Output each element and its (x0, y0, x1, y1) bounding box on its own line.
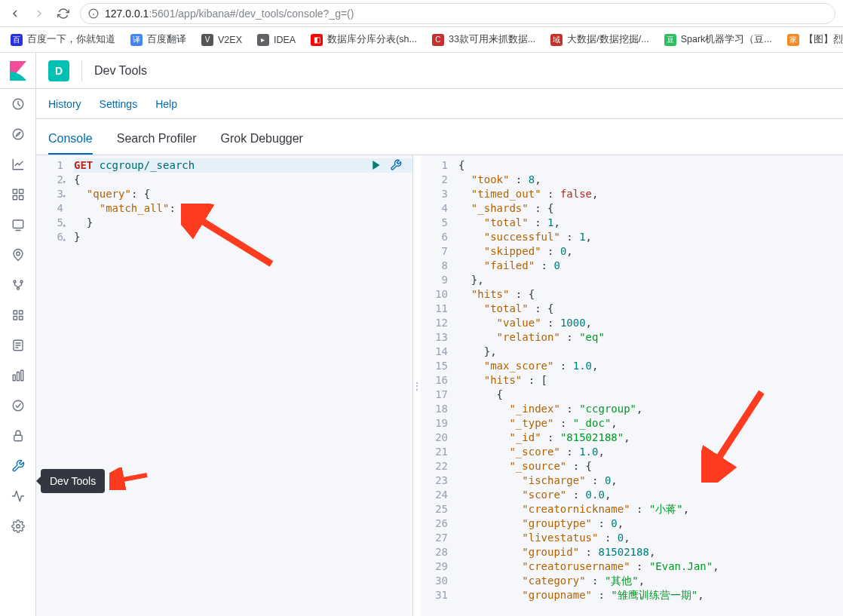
space-selector[interactable]: D (48, 60, 69, 81)
svg-point-29 (16, 525, 20, 529)
breadcrumb: Dev Tools (94, 64, 147, 78)
wrench-icon[interactable] (390, 159, 402, 171)
bookmark-favicon: V (201, 34, 213, 46)
response-viewer[interactable]: 1234567891011121314151617181920212223242… (421, 155, 843, 616)
info-icon (88, 8, 99, 19)
request-gutter: 12▾3▾45▴6▴ (36, 155, 69, 616)
url-host: 127.0.0.1 (105, 8, 149, 20)
sidebar-uptime-icon[interactable] (0, 391, 36, 421)
bookmark-item[interactable]: ◧数据库分库分表(sh... (306, 30, 422, 49)
bookmark-label: 百度翻译 (147, 33, 186, 46)
bookmark-item[interactable]: 百百度一下，你就知道 (6, 30, 120, 49)
bookmarks-bar: 百百度一下，你就知道译百度翻译VV2EX▸IDEA◧数据库分库分表(sh...C… (0, 27, 843, 53)
sidebar-discover-icon[interactable] (0, 119, 36, 149)
svg-rect-8 (13, 196, 17, 200)
bookmark-label: Spark机器学习（豆... (681, 33, 772, 46)
menu-help[interactable]: Help (155, 98, 177, 110)
bookmark-label: 33款可用来抓数据... (449, 33, 535, 46)
bookmark-label: 数据库分库分表(sh... (327, 33, 417, 46)
pane-splitter[interactable]: ⋮ (413, 155, 421, 616)
reload-button[interactable] (56, 6, 71, 21)
svg-point-27 (13, 400, 23, 411)
bookmark-item[interactable]: VV2EX (197, 31, 247, 49)
svg-rect-19 (19, 317, 23, 320)
menu-settings[interactable]: Settings (100, 98, 138, 110)
sidebar-maps-icon[interactable] (0, 240, 36, 270)
svg-point-12 (16, 252, 20, 256)
bookmark-item[interactable]: 译百度翻译 (126, 30, 191, 49)
svg-rect-26 (20, 370, 23, 381)
svg-rect-25 (17, 372, 19, 381)
svg-rect-6 (13, 189, 17, 193)
bookmark-item[interactable]: C33款可用来抓数据... (428, 30, 540, 49)
tab-console[interactable]: Console (48, 132, 93, 155)
bookmark-favicon: ◧ (311, 34, 323, 46)
bookmark-favicon: 家 (787, 34, 799, 46)
sidebar-monitoring-icon[interactable] (0, 481, 36, 511)
sidebar-management-icon[interactable] (0, 511, 36, 541)
sidebar-siem-icon[interactable] (0, 421, 36, 451)
bookmark-item[interactable]: ▸IDEA (253, 31, 300, 49)
bookmark-label: 大数据/数据挖掘/... (567, 33, 648, 46)
sidebar-infra-icon[interactable] (0, 300, 36, 330)
url-path: :5601/app/kibana#/dev_tools/console?_g=(… (149, 8, 354, 20)
svg-rect-28 (14, 435, 22, 441)
svg-point-4 (13, 129, 23, 139)
request-editor[interactable]: 12▾3▾45▴6▴ GET ccgroup/_search{ "query":… (36, 155, 413, 616)
svg-rect-18 (14, 317, 17, 320)
bookmark-item[interactable]: 域大数据/数据挖掘/... (546, 30, 653, 49)
tabbar: ConsoleSearch ProfilerGrok Debugger (36, 119, 843, 155)
kibana-logo[interactable] (0, 53, 36, 89)
sidebar-canvas-icon[interactable] (0, 210, 36, 240)
request-code[interactable]: GET ccgroup/_search{ "query": { "match_a… (69, 155, 412, 616)
svg-rect-9 (19, 196, 23, 200)
sidebar-logs-icon[interactable] (0, 330, 36, 360)
bookmark-label: 【图】烈风*米格 (804, 33, 843, 46)
sidebar-devtools-icon[interactable] (0, 451, 36, 481)
bookmark-item[interactable]: 豆Spark机器学习（豆... (660, 30, 777, 49)
forward-button[interactable] (32, 6, 47, 21)
bookmark-favicon: 译 (130, 34, 143, 46)
bookmark-item[interactable]: 家【图】烈风*米格 (783, 30, 843, 49)
response-code: { "took" : 8, "timed_out" : false, "_sha… (454, 155, 843, 616)
bookmark-favicon: 百 (11, 34, 23, 46)
svg-rect-16 (14, 311, 17, 314)
topbar: D Dev Tools (36, 53, 843, 89)
svg-rect-7 (19, 189, 23, 193)
sidebar-ml-icon[interactable] (0, 270, 36, 300)
sidebar-dashboard-icon[interactable] (0, 179, 36, 210)
sidebar-apm-icon[interactable] (0, 360, 36, 391)
svg-rect-17 (19, 311, 23, 314)
bookmark-favicon: 域 (550, 34, 563, 46)
url-bar[interactable]: 127.0.0.1:5601/app/kibana#/dev_tools/con… (80, 3, 835, 24)
svg-rect-24 (13, 375, 15, 381)
browser-toolbar: 127.0.0.1:5601/app/kibana#/dev_tools/con… (0, 0, 843, 27)
bookmark-favicon: C (432, 34, 444, 46)
kibana-sidebar (0, 53, 36, 616)
sidebar-recent-icon[interactable] (0, 89, 36, 119)
sidebar-visualize-icon[interactable] (0, 149, 36, 179)
bookmark-favicon: 豆 (664, 34, 676, 46)
tab-search-profiler[interactable]: Search Profiler (117, 132, 197, 155)
menubar: HistorySettingsHelp (36, 89, 843, 119)
menu-history[interactable]: History (48, 98, 81, 110)
svg-rect-10 (13, 220, 23, 228)
bookmark-label: V2EX (218, 35, 242, 45)
run-request-icon[interactable] (370, 159, 382, 171)
tab-grok-debugger[interactable]: Grok Debugger (221, 132, 303, 155)
bookmark-label: 百度一下，你就知道 (27, 33, 115, 46)
svg-marker-5 (16, 132, 20, 136)
bookmark-favicon: ▸ (257, 34, 269, 46)
sidebar-tooltip: Dev Tools (41, 469, 105, 493)
back-button[interactable] (8, 6, 23, 21)
response-gutter: 1234567891011121314151617181920212223242… (421, 155, 454, 616)
bookmark-label: IDEA (274, 35, 296, 45)
